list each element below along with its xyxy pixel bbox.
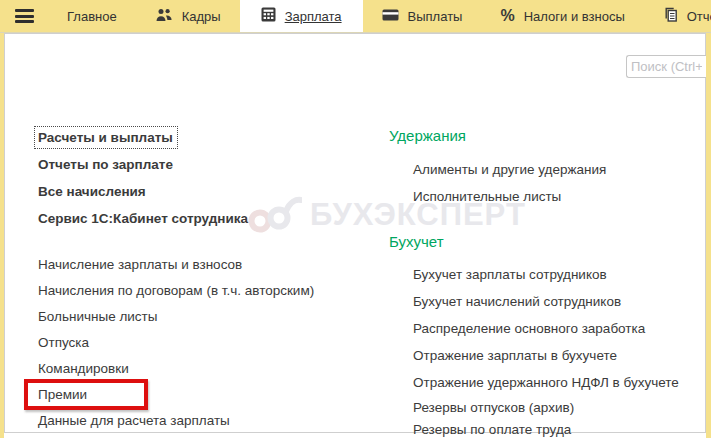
menu-item-rezervy-po-oplate-truda[interactable]: Резервы по оплате труда: [413, 422, 571, 437]
menu-row: Резервы отпусков (архив): [413, 396, 679, 418]
menu-row: Отпуска: [38, 329, 314, 355]
menu-item-vse-nachisleniya[interactable]: Все начисления: [38, 184, 146, 199]
section-header-uderzhaniya[interactable]: Удержания: [389, 127, 466, 144]
menu-item-rezervy-otpuskov[interactable]: Резервы отпусков (архив): [413, 400, 574, 415]
uderzhaniya-items: Алименты и другие удержания Исполнительн…: [413, 156, 606, 210]
tab-glavnoe[interactable]: Главное: [48, 0, 136, 32]
menu-row: Распределение основного заработка: [413, 315, 679, 342]
documents-icon: [663, 7, 678, 25]
menu-item-otchety-po-zarplate[interactable]: Отчеты по зарплате: [38, 157, 173, 172]
menu-item-dannye-dlya-rascheta[interactable]: Данные для расчета зарплаты: [38, 413, 230, 428]
menu-item-komandirovki[interactable]: Командировки: [38, 361, 129, 376]
tab-vyplaty[interactable]: Выплаты: [363, 0, 482, 32]
calculator-icon: [261, 7, 276, 25]
left-menu-items: Начисление зарплаты и взносов Начисления…: [38, 251, 314, 433]
card-icon: [382, 9, 399, 24]
menu-item-otrazhenie-zarplaty[interactable]: Отражение зарплаты в бухучете: [413, 348, 617, 363]
menu-row: Командировки: [38, 355, 314, 381]
menu-item-bolnichnye-listy[interactable]: Больничные листы: [38, 309, 157, 324]
menu-row: Исполнительные листы: [413, 183, 606, 210]
section-header-uderzhaniya-row: Удержания: [389, 127, 466, 145]
menu-item-buhuchet-nachisleniy[interactable]: Бухучет начислений сотрудников: [413, 294, 621, 309]
menu-item-premii[interactable]: Премии: [38, 387, 87, 402]
menu-row: Больничные листы: [38, 303, 314, 329]
menu-item-ispolnitelnye-listy[interactable]: Исполнительные листы: [413, 189, 561, 204]
tab-otchetnost[interactable]: Отчетность: [644, 0, 711, 32]
focus-outline: Расчеты и выплаты: [34, 126, 178, 149]
tab-label: Зарплата: [285, 9, 342, 24]
menu-item-servis-1c-kabinet[interactable]: Сервис 1С:Кабинет сотрудника: [38, 211, 248, 226]
menu-row: Отражение зарплаты в бухучете: [413, 342, 679, 369]
menu-row: Бухучет зарплаты сотрудников: [413, 261, 679, 288]
menu-item-nachisleniya-po-dogovoram[interactable]: Начисления по договорам (в т.ч. авторски…: [38, 283, 314, 298]
menu-item-alimenty[interactable]: Алименты и другие удержания: [413, 162, 606, 177]
menu-item-raspredelenie-zarabotka[interactable]: Распределение основного заработка: [413, 321, 645, 336]
menu-item-otpuska[interactable]: Отпуска: [38, 335, 89, 350]
hamburger-menu-button[interactable]: [0, 0, 48, 32]
menu-row: Сервис 1С:Кабинет сотрудника: [38, 205, 248, 232]
menu-row: Алименты и другие удержания: [413, 156, 606, 183]
tab-label: Налоги и взносы: [524, 9, 625, 24]
topbar: Главное Кадры Зарплата: [0, 0, 711, 33]
people-icon: [155, 8, 173, 25]
menu-row: Отражение удержанного НДФЛ в бухучете: [413, 369, 679, 396]
menu-row: Бухучет начислений сотрудников: [413, 288, 679, 315]
left-menu-featured: Расчеты и выплаты Отчеты по зарплате Все…: [38, 124, 248, 232]
section-header-buhuchet-row: Бухучет: [389, 233, 444, 251]
buhuchet-items: Бухучет зарплаты сотрудников Бухучет нач…: [413, 261, 679, 438]
tab-label: Кадры: [182, 9, 221, 24]
tab-zarplata[interactable]: Зарплата: [240, 0, 363, 32]
menu-row: Премии: [38, 381, 314, 407]
menu-row: Начисления по договорам (в т.ч. авторски…: [38, 277, 314, 303]
menu-item-otrazhenie-ndfl[interactable]: Отражение удержанного НДФЛ в бухучете: [413, 375, 679, 390]
menu-row: Расчеты и выплаты: [38, 124, 248, 151]
search-input[interactable]: [626, 55, 706, 78]
menu-row: Резервы по оплате труда: [413, 418, 679, 438]
hamburger-icon: [15, 7, 34, 26]
menu-item-nachislenie-zarplaty[interactable]: Начисление зарплаты и взносов: [38, 257, 242, 272]
menu-row: Отчеты по зарплате: [38, 151, 248, 178]
tab-nalogi-i-vznosy[interactable]: % Налоги и взносы: [481, 0, 643, 32]
menu-row: Начисление зарплаты и взносов: [38, 251, 314, 277]
menu-item-raschety-i-vyplaty[interactable]: Расчеты и выплаты: [38, 130, 173, 145]
percent-icon: %: [500, 7, 514, 25]
menu-row: Данные для расчета зарплаты: [38, 407, 314, 433]
right-edge-strip: [706, 33, 711, 438]
highlight-box: Премии: [24, 379, 148, 410]
menu-item-buhuchet-zarplaty[interactable]: Бухучет зарплаты сотрудников: [413, 267, 607, 282]
tab-label: Главное: [67, 9, 117, 24]
menu-row: Все начисления: [38, 178, 248, 205]
section-header-buhuchet[interactable]: Бухучет: [389, 233, 444, 250]
tab-kadry[interactable]: Кадры: [136, 0, 240, 32]
tab-label: Выплаты: [408, 9, 463, 24]
tab-label: Отчетность: [687, 9, 711, 24]
